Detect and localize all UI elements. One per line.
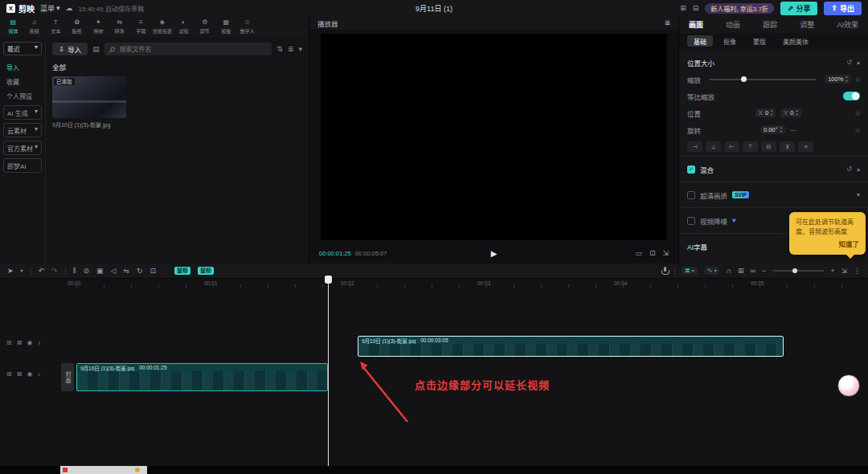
expand-icon[interactable]: ▾ [857, 192, 860, 198]
split-button[interactable]: ‖ [73, 268, 76, 275]
step-down-icon[interactable]: ▾ [845, 80, 847, 84]
step-down-icon[interactable]: ▾ [796, 113, 798, 117]
play-button[interactable]: ▶ [491, 250, 497, 258]
keyframe-icon[interactable]: ◇ [856, 76, 860, 82]
align-middle-v-icon[interactable]: ⊥ [706, 141, 721, 152]
resource-tab-adjust[interactable]: ⚙调节 [194, 19, 216, 35]
step-down-icon[interactable]: ▾ [780, 130, 781, 134]
redo-button[interactable]: ↷ [51, 268, 58, 275]
view-toggle-icon[interactable]: ▤ [92, 46, 100, 53]
tooltip-ok-button[interactable]: 知道了 [796, 239, 859, 250]
import-button[interactable]: ⇩导入 [52, 43, 88, 55]
fit-timeline-button[interactable]: ⇲ [841, 268, 847, 275]
stepper[interactable]: ▴▾ [796, 109, 798, 116]
export-button[interactable]: ⇪ 导出 [824, 2, 862, 15]
tab-ai-effects[interactable]: AI效果 [837, 19, 858, 30]
resource-tab-effects[interactable]: ✦特效 [88, 19, 109, 35]
mouse-mode-badge[interactable]: 鼠标 [174, 267, 190, 275]
magnet-toggle[interactable]: ∩ [726, 268, 731, 275]
resource-tab-captions[interactable]: ≡字幕 [130, 19, 152, 35]
sidebar-item-ai-generate[interactable]: AI 生成▾ [3, 105, 42, 120]
resource-tab-media[interactable]: ▤媒体 [2, 19, 24, 35]
fullscreen-icon[interactable]: ⇲ [662, 250, 669, 257]
playhead[interactable] [325, 276, 332, 466]
record-audio-button[interactable] [661, 267, 668, 276]
display-icon[interactable]: ⊟ [693, 5, 699, 12]
zoom-out-button[interactable]: − [762, 268, 766, 275]
media-card[interactable]: 已添加 9月10日 (1)(3)-街景.jpg [52, 76, 126, 129]
sidebar-item-import[interactable]: 导入 [3, 60, 42, 73]
sort-icon[interactable]: ⇅ [276, 46, 283, 53]
slider-knob[interactable] [741, 76, 747, 82]
freeze-frame-button[interactable]: ▣ [96, 268, 104, 275]
recent-dropdown[interactable]: 最近▾ [3, 42, 42, 55]
sidebar-item-cloud-assets[interactable]: 云素材▾ [3, 123, 42, 137]
subtab-basic[interactable]: 基础 [687, 35, 713, 47]
taskbar-window-preview[interactable] [60, 466, 147, 474]
stepper[interactable]: ▴▾ [845, 76, 847, 83]
timeline-zoom-slider[interactable] [772, 270, 824, 272]
sidebar-item-jimeng-ai[interactable]: 即梦AI [3, 158, 42, 173]
assistant-avatar[interactable] [837, 374, 860, 397]
align-top-icon[interactable]: ⊤ [743, 141, 758, 152]
filter-chevron-icon[interactable]: ▾ [298, 46, 302, 53]
align-center-h-icon[interactable]: ⊟ [761, 141, 776, 152]
rotate-value-box[interactable]: 0.00°▴▾ [760, 125, 785, 134]
hd-quality-checkbox[interactable] [687, 191, 695, 199]
tab-animation[interactable]: 动画 [726, 19, 740, 30]
sound-wave-button[interactable]: ∿▾ [704, 267, 720, 275]
denoise-checkbox[interactable] [687, 217, 695, 225]
crop-button[interactable]: ⊡ [149, 268, 156, 275]
mouse-mode-badge[interactable]: 鼠标 [198, 267, 214, 275]
sidebar-item-presets[interactable]: 个人预设 [3, 89, 42, 102]
menu-button[interactable]: 菜单 ▾ [40, 3, 60, 14]
tab-picture[interactable]: 画面 [689, 19, 703, 30]
collapse-icon[interactable]: ▴ [857, 166, 860, 173]
keyframe-icon[interactable]: ◇ [856, 127, 860, 133]
resource-tab-transition[interactable]: ⇆转场 [109, 19, 131, 35]
tab-tracking[interactable]: 跟踪 [763, 19, 777, 30]
adapt-icon[interactable]: ⊡ [649, 250, 656, 257]
position-y-box[interactable]: Y0▴▾ [780, 108, 800, 117]
search-input[interactable] [120, 46, 268, 53]
reverse-button[interactable]: ◁ [110, 268, 116, 275]
tab-adjust[interactable]: 调整 [800, 19, 814, 30]
distribute-icon[interactable]: ≡ [798, 141, 813, 152]
auto-beat-button[interactable]: ≣▾ [682, 267, 698, 275]
mirror-button[interactable]: ⇋ [123, 268, 129, 275]
rotate-button[interactable]: ↻ [137, 268, 143, 275]
keyframe-icon[interactable]: ◇ [856, 110, 860, 116]
resource-tab-templates[interactable]: ▦模板 [215, 19, 237, 35]
resource-tab-audio[interactable]: ♫音频 [24, 19, 46, 35]
zoom-in-button[interactable]: + [830, 268, 834, 275]
resource-tab-text[interactable]: T文本 [45, 19, 67, 35]
stepper[interactable]: ▴▾ [771, 109, 772, 116]
blend-checkbox[interactable]: ✓ [687, 165, 695, 174]
video-canvas[interactable] [321, 34, 667, 240]
subtab-cutout[interactable]: 抠像 [717, 35, 743, 47]
sidebar-item-official-assets[interactable]: 官方素材▾ [3, 141, 42, 155]
promo-badge[interactable]: 新人福利, 幸运3.7折 [705, 3, 774, 14]
resource-tab-filters[interactable]: ◐滤镜 [173, 19, 194, 35]
canvas-ratio-icon[interactable]: ▭ [635, 250, 642, 257]
timeline-ruler[interactable]: 00:00 00:01 00:02 00:03 00:04 00:05 [0, 278, 868, 288]
sidebar-item-favorites[interactable]: 收藏 [3, 75, 42, 88]
taskbar-app-icon[interactable] [135, 468, 140, 472]
align-right-icon[interactable]: ⊢ [724, 141, 739, 152]
rotate-dial-icon[interactable]: — [790, 127, 796, 133]
collapse-icon[interactable]: ▴ [857, 59, 860, 66]
reset-icon[interactable]: ↺ [846, 166, 852, 173]
scale-value-box[interactable]: 100%▴▾ [825, 75, 850, 84]
select-tool-button[interactable]: ➤ [7, 268, 14, 275]
layout-icon[interactable]: ⊞ [680, 5, 686, 12]
list-view-icon[interactable]: ≣ [288, 46, 294, 53]
snap-toggle[interactable]: ⊞ [738, 268, 744, 275]
subtab-mask[interactable]: 蒙版 [747, 35, 772, 47]
scale-slider[interactable] [709, 79, 817, 80]
linkage-toggle[interactable]: ∞ [751, 268, 755, 275]
resource-tab-smart-pack[interactable]: ◈智能包装 [152, 19, 174, 35]
timeline-tracks[interactable]: ⊞ ⊠ ◉ ♪ ⊞ ⊠ ◉ ♪ 封面 9月10日 (1)(3)-街景.jpg 0… [0, 288, 868, 466]
uniform-scale-toggle[interactable] [843, 92, 860, 100]
timeline-more-button[interactable]: ⋮ [854, 268, 861, 275]
filter-all-label[interactable]: 全部 [52, 62, 302, 72]
